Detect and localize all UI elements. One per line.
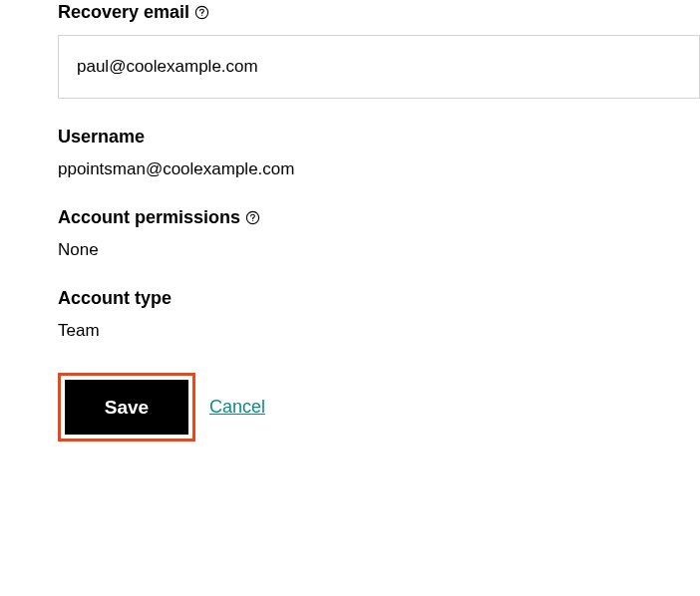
username-value: ppointsman@coolexample.com <box>58 159 700 179</box>
username-label: Username <box>58 127 145 148</box>
help-icon[interactable] <box>244 210 260 226</box>
svg-point-3 <box>252 220 253 221</box>
svg-point-1 <box>201 15 202 16</box>
recovery-email-input[interactable] <box>58 35 700 99</box>
account-type-value: Team <box>58 321 700 341</box>
help-icon[interactable] <box>193 5 209 21</box>
recovery-email-label: Recovery email <box>58 2 189 23</box>
account-permissions-value: None <box>58 240 700 260</box>
save-highlight-box: Save <box>58 373 195 442</box>
account-type-label: Account type <box>58 288 172 309</box>
save-button[interactable]: Save <box>65 380 188 435</box>
account-permissions-label: Account permissions <box>58 207 240 228</box>
cancel-link[interactable]: Cancel <box>209 397 265 418</box>
